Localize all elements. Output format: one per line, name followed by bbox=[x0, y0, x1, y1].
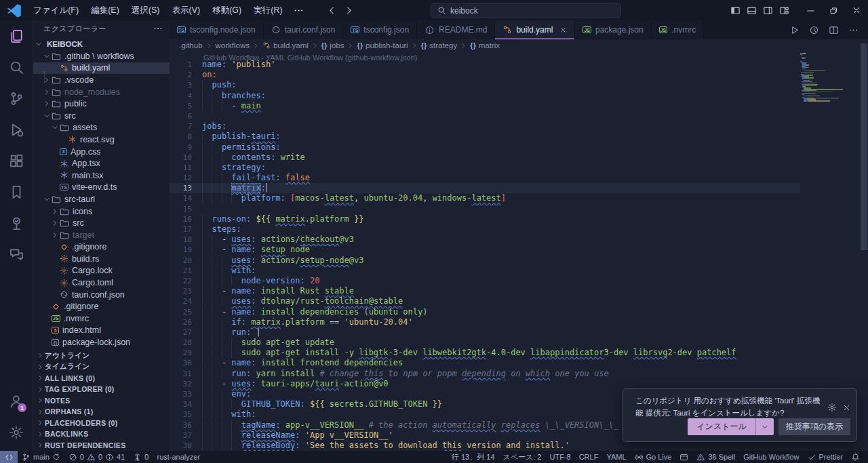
breadcrumb-strategy[interactable]: {}strategy bbox=[421, 41, 457, 49]
minimize-button[interactable] bbox=[799, 0, 822, 20]
section-alllinks0[interactable]: ALL LINKS (0) bbox=[33, 373, 170, 384]
code-line-30[interactable]: 30 - name: install frontend dependencies bbox=[170, 358, 860, 368]
code-line-16[interactable]: 16 runs-on: ${{ matrix.platform }} bbox=[170, 214, 860, 224]
tree-item-.githubworkflows[interactable]: .github \ workflows bbox=[33, 50, 170, 62]
status-spell-checker[interactable]: 36 Spell bbox=[692, 451, 739, 463]
more-menus-button[interactable] bbox=[288, 3, 309, 18]
breadcrumb-matrix[interactable]: {}matrix bbox=[470, 41, 500, 49]
tree-item-main.tsx[interactable]: main.tsx bbox=[33, 169, 170, 182]
code-line-38[interactable]: 38 releaseBody: 'See the assets to downl… bbox=[170, 441, 860, 451]
tree-item-target[interactable]: target bbox=[33, 229, 170, 241]
code-line-17[interactable]: 17 steps: bbox=[170, 224, 860, 235]
tab-package.json[interactable]: JSpackage.json bbox=[575, 20, 651, 39]
timeline-icon[interactable] bbox=[809, 25, 819, 35]
menu-3[interactable]: 表示(V) bbox=[166, 3, 205, 18]
run-file-button[interactable] bbox=[789, 25, 800, 35]
status-github-workflow[interactable]: GitHub Workflow bbox=[739, 451, 803, 463]
status-git-branch[interactable]: main bbox=[18, 451, 64, 463]
activity-explorer[interactable] bbox=[0, 20, 33, 52]
tab-.nvmrc[interactable]: JS.nvmrc bbox=[652, 20, 705, 39]
install-dropdown-chevron-icon[interactable] bbox=[755, 418, 774, 435]
code-line-29[interactable]: 29 sudo apt-get install -y libgtk-3-dev … bbox=[170, 348, 860, 358]
code-line-23[interactable]: 23 - name: install Rust stable bbox=[170, 286, 860, 296]
section-tagexplorer0[interactable]: TAG EXPLORER (0) bbox=[33, 384, 170, 395]
activity-todo-tree[interactable] bbox=[0, 207, 33, 239]
code-line-9[interactable]: 9 permissions: bbox=[170, 142, 860, 153]
status-rust-analyzer[interactable]: rust-analyzer bbox=[153, 451, 204, 463]
show-recommendations-button[interactable]: 推奨事項の表示 bbox=[778, 418, 850, 435]
activity-settings[interactable] bbox=[0, 417, 33, 448]
tree-item-tauri.conf.json[interactable]: tauri.conf.json bbox=[33, 289, 170, 301]
menu-5[interactable]: 実行(R) bbox=[248, 3, 288, 18]
command-center-search[interactable]: keibock bbox=[431, 3, 621, 18]
code-line-18[interactable]: 18 - uses: actions/checkout@v3 bbox=[170, 235, 860, 245]
tree-item-nodemodules[interactable]: node_modules bbox=[33, 86, 170, 98]
code-line-25[interactable]: 25 - name: install dependencies (ubuntu … bbox=[170, 307, 860, 317]
tree-item-.gitignore[interactable]: .gitignore bbox=[33, 241, 170, 254]
tree-item-vite-env.d.ts[interactable]: TSvite-env.d.ts bbox=[33, 182, 170, 194]
status-eol[interactable]: CRLF bbox=[575, 451, 603, 463]
code-line-10[interactable]: 10 contents: write bbox=[170, 153, 860, 163]
tree-item-src-tauri[interactable]: src-tauri bbox=[33, 193, 170, 205]
status-browser-preview[interactable] bbox=[675, 451, 692, 463]
tree-item-icons[interactable]: icons bbox=[33, 205, 170, 218]
tree-item-react.svg[interactable]: react.svg bbox=[33, 134, 170, 146]
restore-button[interactable] bbox=[822, 0, 845, 20]
tree-item-build.yaml[interactable]: build.yaml bbox=[33, 62, 170, 75]
code-line-32[interactable]: 32 - uses: tauri-apps/tauri-action@v0 bbox=[170, 379, 860, 389]
section-rustdependencies[interactable]: RUST DEPENDENCIES bbox=[33, 440, 170, 451]
notification-settings-gear-icon[interactable] bbox=[827, 396, 837, 420]
code-line-8[interactable]: 8 publish-tauri: bbox=[170, 132, 860, 142]
status-cursor-position[interactable]: 行 13、列 14 bbox=[448, 451, 499, 463]
tree-item-src[interactable]: src bbox=[33, 110, 170, 122]
code-line-7[interactable]: 7jobs: bbox=[170, 121, 860, 132]
editor-more-actions-icon[interactable] bbox=[848, 25, 859, 35]
tree-item-build.rs[interactable]: build.rs bbox=[33, 253, 170, 265]
code-line-15[interactable]: 15 bbox=[170, 204, 860, 214]
code-line-6[interactable]: 6 bbox=[170, 111, 860, 121]
status-indentation[interactable]: スペース: 2 bbox=[498, 451, 545, 463]
code-line-19[interactable]: 19 - name: setup node bbox=[170, 245, 860, 255]
tree-item-App.tsx[interactable]: App.tsx bbox=[33, 157, 170, 169]
code-line-26[interactable]: 26 if: matrix.platform == 'ubuntu-20.04' bbox=[170, 317, 860, 327]
code-line-31[interactable]: 31 run: yarn install # change this to np… bbox=[170, 369, 860, 379]
tree-item-.gitignore[interactable]: .gitignore bbox=[33, 300, 170, 313]
toggle-panel-icon[interactable] bbox=[747, 5, 757, 16]
menu-4[interactable]: 移動(G) bbox=[207, 3, 247, 18]
tree-item-.vscode[interactable]: .vscode bbox=[33, 74, 170, 86]
tab-close-icon[interactable] bbox=[559, 26, 567, 34]
activity-accounts[interactable]: 1 bbox=[0, 386, 33, 417]
activity-comments[interactable] bbox=[0, 239, 33, 270]
tree-item-App.css[interactable]: 3App.css bbox=[33, 146, 170, 158]
remote-indicator[interactable] bbox=[0, 451, 18, 463]
code-line-28[interactable]: 28 sudo apt-get update bbox=[170, 338, 860, 348]
code-line-24[interactable]: 24 uses: dtolnay/rust-toolchain@stable bbox=[170, 296, 860, 306]
status-encoding[interactable]: UTF-8 bbox=[545, 451, 574, 463]
status-ports[interactable]: 0 bbox=[129, 451, 153, 463]
menu-1[interactable]: 編集(E) bbox=[85, 3, 125, 18]
section-jp[interactable]: アウトライン bbox=[33, 350, 170, 362]
status-problems[interactable]: 0041 bbox=[64, 451, 130, 463]
explorer-actions-button[interactable] bbox=[153, 24, 163, 33]
breadcrumb-jobs[interactable]: {}jobs bbox=[321, 41, 344, 49]
navigate-forward-icon[interactable] bbox=[344, 5, 354, 16]
status-prettier[interactable]: Prettier bbox=[804, 451, 847, 463]
code-line-3[interactable]: 3 push: bbox=[170, 80, 860, 90]
tree-item-Cargo.lock[interactable]: Cargo.lock bbox=[33, 265, 170, 277]
section-placeholders0[interactable]: PLACEHOLDERS (0) bbox=[33, 418, 170, 429]
code-line-21[interactable]: 21 with: bbox=[170, 266, 860, 276]
section-jp[interactable]: タイムライン bbox=[33, 361, 170, 373]
tab-README.md[interactable]: README.md bbox=[417, 20, 495, 39]
activity-source-control[interactable] bbox=[0, 83, 33, 114]
section-orphans1[interactable]: ORPHANS (1) bbox=[33, 406, 170, 418]
activity-bookmarks[interactable] bbox=[0, 176, 33, 207]
navigate-back-icon[interactable] bbox=[327, 5, 337, 16]
breadcrumb-build.yaml[interactable]: build.yaml bbox=[262, 41, 309, 49]
activity-run-and-debug[interactable] bbox=[0, 114, 33, 145]
status-go-live[interactable]: Go Live bbox=[631, 451, 676, 463]
menu-2[interactable]: 選択(S) bbox=[126, 3, 165, 18]
tree-item-public[interactable]: public bbox=[33, 98, 170, 110]
tree-item-assets[interactable]: assets bbox=[33, 122, 170, 134]
notification-close-icon[interactable] bbox=[842, 396, 851, 420]
tree-item-index.html[interactable]: 5index.html bbox=[33, 325, 170, 337]
